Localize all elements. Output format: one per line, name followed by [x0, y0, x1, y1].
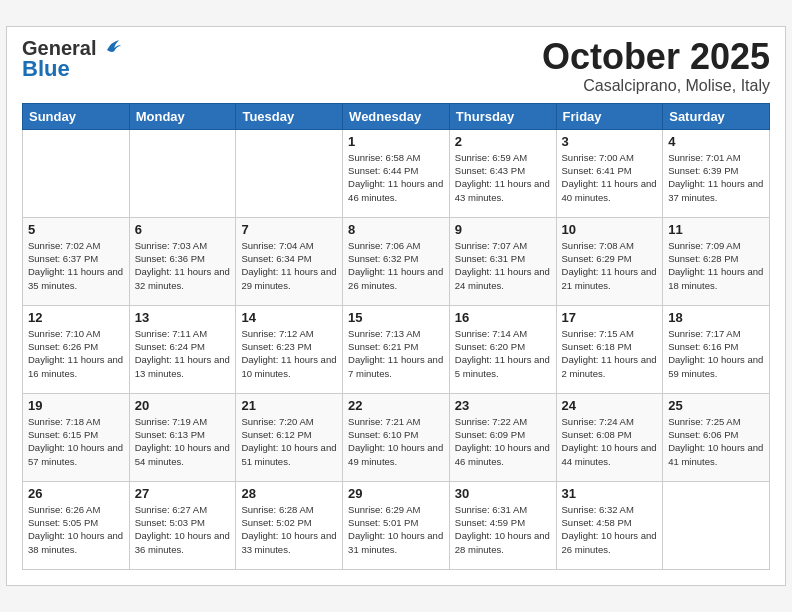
day-number: 24 [562, 398, 658, 413]
calendar-container: General Blue October 2025 Casalciprano, … [6, 26, 786, 586]
table-cell: 8Sunrise: 7:06 AM Sunset: 6:32 PM Daylig… [343, 217, 450, 305]
table-cell [236, 129, 343, 217]
day-info: Sunrise: 7:01 AM Sunset: 6:39 PM Dayligh… [668, 151, 764, 204]
day-info: Sunrise: 7:19 AM Sunset: 6:13 PM Dayligh… [135, 415, 231, 468]
table-cell: 23Sunrise: 7:22 AM Sunset: 6:09 PM Dayli… [449, 393, 556, 481]
table-cell: 24Sunrise: 7:24 AM Sunset: 6:08 PM Dayli… [556, 393, 663, 481]
table-cell: 21Sunrise: 7:20 AM Sunset: 6:12 PM Dayli… [236, 393, 343, 481]
table-cell: 12Sunrise: 7:10 AM Sunset: 6:26 PM Dayli… [23, 305, 130, 393]
day-info: Sunrise: 6:27 AM Sunset: 5:03 PM Dayligh… [135, 503, 231, 556]
logo: General Blue [22, 37, 121, 82]
day-number: 3 [562, 134, 658, 149]
day-info: Sunrise: 7:08 AM Sunset: 6:29 PM Dayligh… [562, 239, 658, 292]
day-number: 22 [348, 398, 444, 413]
table-cell: 28Sunrise: 6:28 AM Sunset: 5:02 PM Dayli… [236, 481, 343, 569]
day-info: Sunrise: 7:25 AM Sunset: 6:06 PM Dayligh… [668, 415, 764, 468]
day-info: Sunrise: 7:22 AM Sunset: 6:09 PM Dayligh… [455, 415, 551, 468]
table-cell: 9Sunrise: 7:07 AM Sunset: 6:31 PM Daylig… [449, 217, 556, 305]
table-cell: 1Sunrise: 6:58 AM Sunset: 6:44 PM Daylig… [343, 129, 450, 217]
calendar-body: 1Sunrise: 6:58 AM Sunset: 6:44 PM Daylig… [23, 129, 770, 569]
day-number: 29 [348, 486, 444, 501]
calendar-header-row: Sunday Monday Tuesday Wednesday Thursday… [23, 103, 770, 129]
table-cell: 7Sunrise: 7:04 AM Sunset: 6:34 PM Daylig… [236, 217, 343, 305]
table-cell: 30Sunrise: 6:31 AM Sunset: 4:59 PM Dayli… [449, 481, 556, 569]
table-cell: 13Sunrise: 7:11 AM Sunset: 6:24 PM Dayli… [129, 305, 236, 393]
day-info: Sunrise: 6:29 AM Sunset: 5:01 PM Dayligh… [348, 503, 444, 556]
day-number: 12 [28, 310, 124, 325]
day-number: 2 [455, 134, 551, 149]
day-number: 9 [455, 222, 551, 237]
day-number: 4 [668, 134, 764, 149]
day-info: Sunrise: 7:15 AM Sunset: 6:18 PM Dayligh… [562, 327, 658, 380]
day-number: 11 [668, 222, 764, 237]
day-number: 28 [241, 486, 337, 501]
day-number: 16 [455, 310, 551, 325]
day-number: 31 [562, 486, 658, 501]
logo-blue-text: Blue [22, 56, 121, 82]
day-number: 18 [668, 310, 764, 325]
day-number: 5 [28, 222, 124, 237]
day-info: Sunrise: 7:20 AM Sunset: 6:12 PM Dayligh… [241, 415, 337, 468]
day-info: Sunrise: 7:00 AM Sunset: 6:41 PM Dayligh… [562, 151, 658, 204]
table-cell: 5Sunrise: 7:02 AM Sunset: 6:37 PM Daylig… [23, 217, 130, 305]
table-cell [129, 129, 236, 217]
table-cell: 6Sunrise: 7:03 AM Sunset: 6:36 PM Daylig… [129, 217, 236, 305]
table-cell: 18Sunrise: 7:17 AM Sunset: 6:16 PM Dayli… [663, 305, 770, 393]
day-info: Sunrise: 7:02 AM Sunset: 6:37 PM Dayligh… [28, 239, 124, 292]
day-info: Sunrise: 7:11 AM Sunset: 6:24 PM Dayligh… [135, 327, 231, 380]
table-cell: 4Sunrise: 7:01 AM Sunset: 6:39 PM Daylig… [663, 129, 770, 217]
day-number: 21 [241, 398, 337, 413]
table-cell: 15Sunrise: 7:13 AM Sunset: 6:21 PM Dayli… [343, 305, 450, 393]
table-cell: 31Sunrise: 6:32 AM Sunset: 4:58 PM Dayli… [556, 481, 663, 569]
weekday-saturday: Saturday [663, 103, 770, 129]
day-number: 13 [135, 310, 231, 325]
table-cell: 17Sunrise: 7:15 AM Sunset: 6:18 PM Dayli… [556, 305, 663, 393]
table-cell: 19Sunrise: 7:18 AM Sunset: 6:15 PM Dayli… [23, 393, 130, 481]
day-number: 14 [241, 310, 337, 325]
day-number: 19 [28, 398, 124, 413]
table-cell: 26Sunrise: 6:26 AM Sunset: 5:05 PM Dayli… [23, 481, 130, 569]
day-info: Sunrise: 6:26 AM Sunset: 5:05 PM Dayligh… [28, 503, 124, 556]
day-number: 1 [348, 134, 444, 149]
calendar-table: Sunday Monday Tuesday Wednesday Thursday… [22, 103, 770, 570]
day-number: 6 [135, 222, 231, 237]
day-number: 27 [135, 486, 231, 501]
day-number: 15 [348, 310, 444, 325]
day-info: Sunrise: 7:14 AM Sunset: 6:20 PM Dayligh… [455, 327, 551, 380]
day-number: 20 [135, 398, 231, 413]
day-number: 8 [348, 222, 444, 237]
day-info: Sunrise: 6:31 AM Sunset: 4:59 PM Dayligh… [455, 503, 551, 556]
title-area: October 2025 Casalciprano, Molise, Italy [542, 37, 770, 95]
weekday-sunday: Sunday [23, 103, 130, 129]
day-info: Sunrise: 7:18 AM Sunset: 6:15 PM Dayligh… [28, 415, 124, 468]
weekday-wednesday: Wednesday [343, 103, 450, 129]
day-number: 10 [562, 222, 658, 237]
day-number: 7 [241, 222, 337, 237]
day-info: Sunrise: 7:24 AM Sunset: 6:08 PM Dayligh… [562, 415, 658, 468]
weekday-thursday: Thursday [449, 103, 556, 129]
table-cell: 11Sunrise: 7:09 AM Sunset: 6:28 PM Dayli… [663, 217, 770, 305]
day-info: Sunrise: 7:21 AM Sunset: 6:10 PM Dayligh… [348, 415, 444, 468]
day-number: 30 [455, 486, 551, 501]
day-info: Sunrise: 7:17 AM Sunset: 6:16 PM Dayligh… [668, 327, 764, 380]
table-cell [23, 129, 130, 217]
calendar-subtitle: Casalciprano, Molise, Italy [542, 77, 770, 95]
month-title: October 2025 [542, 37, 770, 77]
table-cell: 20Sunrise: 7:19 AM Sunset: 6:13 PM Dayli… [129, 393, 236, 481]
logo-bird-icon [99, 36, 121, 58]
day-info: Sunrise: 6:32 AM Sunset: 4:58 PM Dayligh… [562, 503, 658, 556]
table-cell: 14Sunrise: 7:12 AM Sunset: 6:23 PM Dayli… [236, 305, 343, 393]
day-number: 23 [455, 398, 551, 413]
day-number: 25 [668, 398, 764, 413]
day-info: Sunrise: 7:03 AM Sunset: 6:36 PM Dayligh… [135, 239, 231, 292]
table-cell [663, 481, 770, 569]
table-cell: 10Sunrise: 7:08 AM Sunset: 6:29 PM Dayli… [556, 217, 663, 305]
weekday-monday: Monday [129, 103, 236, 129]
table-cell: 25Sunrise: 7:25 AM Sunset: 6:06 PM Dayli… [663, 393, 770, 481]
table-cell: 16Sunrise: 7:14 AM Sunset: 6:20 PM Dayli… [449, 305, 556, 393]
table-cell: 3Sunrise: 7:00 AM Sunset: 6:41 PM Daylig… [556, 129, 663, 217]
day-info: Sunrise: 7:12 AM Sunset: 6:23 PM Dayligh… [241, 327, 337, 380]
table-cell: 27Sunrise: 6:27 AM Sunset: 5:03 PM Dayli… [129, 481, 236, 569]
table-cell: 29Sunrise: 6:29 AM Sunset: 5:01 PM Dayli… [343, 481, 450, 569]
day-info: Sunrise: 7:06 AM Sunset: 6:32 PM Dayligh… [348, 239, 444, 292]
